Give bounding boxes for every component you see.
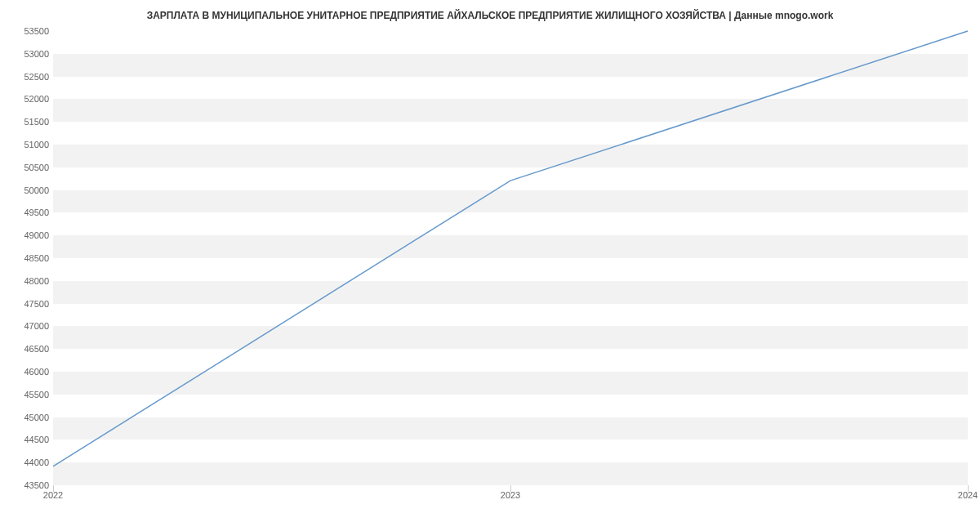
y-tick-label: 47000 <box>4 321 49 331</box>
y-tick-label: 51000 <box>4 140 49 149</box>
y-tick-label: 48500 <box>4 253 49 263</box>
y-tick-label: 45000 <box>4 413 49 422</box>
y-tick-label: 52000 <box>4 94 49 104</box>
y-tick-label: 51500 <box>4 117 49 127</box>
y-tick-label: 47500 <box>4 299 49 309</box>
y-tick-label: 52500 <box>4 72 49 82</box>
y-tick-label: 45500 <box>4 390 49 399</box>
chart-title: ЗАРПЛАТА В МУНИЦИПАЛЬНОЕ УНИТАРНОЕ ПРЕДП… <box>0 0 980 28</box>
chart-plot-area <box>53 31 968 485</box>
y-tick-label: 50000 <box>4 185 49 195</box>
y-tick-label: 53500 <box>4 26 49 36</box>
x-tick-label: 2024 <box>958 490 978 500</box>
chart-line-svg <box>53 31 968 484</box>
y-tick-label: 46000 <box>4 367 49 377</box>
y-tick-label: 43500 <box>4 480 49 490</box>
y-tick-label: 44000 <box>4 457 49 467</box>
y-tick-label: 44500 <box>4 435 49 444</box>
x-tick-label: 2023 <box>501 490 520 500</box>
y-tick-label: 49500 <box>4 207 49 217</box>
data-line <box>53 31 968 466</box>
y-tick-label: 53000 <box>4 49 49 59</box>
x-tick-label: 2022 <box>43 490 63 500</box>
y-tick-label: 46500 <box>4 344 49 354</box>
y-tick-label: 50500 <box>4 163 49 172</box>
y-tick-label: 48000 <box>4 276 49 286</box>
y-tick-label: 49000 <box>4 230 49 240</box>
